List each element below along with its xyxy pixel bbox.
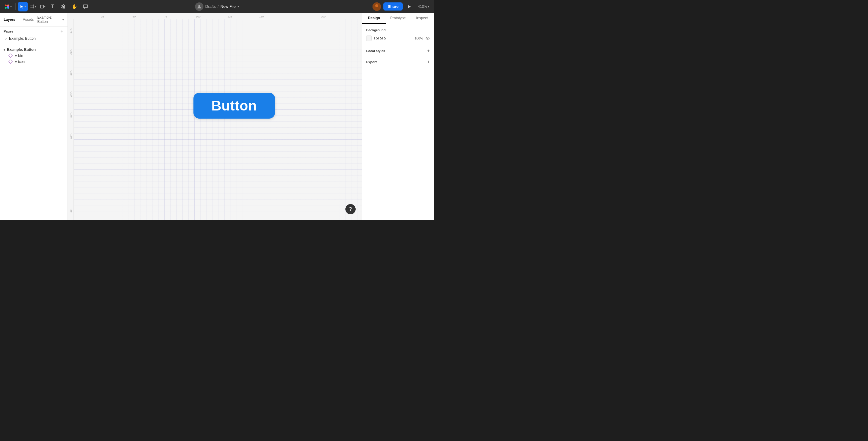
ruler-tick-125: 125: [227, 15, 232, 19]
svg-marker-5: [21, 5, 23, 8]
main-menu-button[interactable]: ▾: [3, 2, 13, 11]
layer-label-v-btn: v-btn: [15, 54, 23, 58]
component-layer-icon: [8, 54, 13, 58]
pages-section: Pages + ✓ Example: Button: [0, 27, 67, 44]
diamond-icon: [8, 54, 13, 58]
left-panel: Layers Assets Example: Button ▾ Pages + …: [0, 13, 68, 220]
ruler-vtick-175: -175: [70, 112, 73, 118]
toolbar-sep-1: [16, 3, 16, 10]
add-page-button[interactable]: +: [60, 29, 64, 34]
main-layout: Layers Assets Example: Button ▾ Pages + …: [0, 13, 434, 220]
bg-color-hex[interactable]: F5F5F5: [374, 36, 386, 40]
ruler-vtick-250: -250: [70, 49, 73, 55]
text-icon: T: [51, 4, 54, 9]
toolbar-center: Drafts / New File ▾: [195, 2, 239, 11]
play-button[interactable]: [405, 2, 413, 11]
comment-tool-button[interactable]: [81, 2, 90, 11]
pages-title: Pages: [4, 30, 13, 33]
layer-group-label: Example: Button: [7, 47, 36, 52]
diamond-icon-2: [8, 60, 13, 64]
toolbar: ▾ ▾ ▾ ▾: [0, 0, 434, 13]
add-local-style-button[interactable]: +: [427, 48, 430, 53]
comment-icon: [83, 4, 88, 9]
check-icon: ✓: [5, 37, 7, 40]
divider-2: [366, 57, 430, 57]
zoom-arrow-icon: ▾: [428, 5, 429, 8]
visibility-toggle-button[interactable]: [426, 36, 430, 41]
bg-color-swatch[interactable]: [366, 36, 372, 41]
background-section-header: Background: [366, 28, 430, 32]
ruler-tick-100: 100: [196, 15, 200, 19]
layer-label-v-icon: v-icon: [15, 60, 25, 64]
ruler-horizontal: 25 50 75 100 125 150 200: [74, 13, 362, 19]
ruler-vtick-25: -25: [70, 209, 73, 212]
user-icon: [195, 2, 204, 11]
right-panel-content: Background F5F5F5 100% Local styles +: [362, 24, 434, 220]
user-avatar[interactable]: [373, 2, 381, 11]
frame-arrow-icon: ▾: [35, 5, 36, 8]
divider-1: [366, 46, 430, 46]
component-tool-button[interactable]: [59, 2, 68, 11]
canvas-content[interactable]: Button: [74, 19, 362, 220]
design-tab[interactable]: Design: [362, 13, 386, 24]
breadcrumb-title[interactable]: New File: [220, 4, 236, 9]
panel-tab-divider: [19, 18, 19, 22]
layer-item-v-btn[interactable]: v-btn: [0, 53, 67, 59]
svg-rect-15: [40, 5, 43, 8]
inspect-tab[interactable]: Inspect: [410, 13, 434, 24]
zoom-button[interactable]: 413% ▾: [416, 3, 431, 10]
canvas-area[interactable]: 25 50 75 100 125 150 200 -275 -250 -225 …: [68, 13, 362, 220]
share-button[interactable]: Share: [383, 2, 403, 10]
ruler-vertical: -275 -250 -225 -200 -175 -150 -25: [68, 19, 74, 220]
assets-tab[interactable]: Assets: [23, 17, 34, 22]
page-item[interactable]: ✓ Example: Button: [4, 36, 64, 41]
page-item-label: Example: Button: [9, 36, 36, 41]
canvas-button[interactable]: Button: [193, 93, 275, 118]
component-icon: [61, 4, 66, 9]
svg-rect-0: [5, 4, 7, 6]
svg-point-24: [427, 38, 428, 38]
eye-icon: [426, 37, 430, 40]
background-label: Background: [366, 28, 385, 32]
export-label: Export: [366, 60, 377, 64]
svg-rect-2: [5, 7, 7, 9]
layers-tab[interactable]: Layers: [4, 17, 16, 22]
shape-arrow-icon: ▾: [44, 5, 45, 8]
export-section: Export +: [366, 60, 430, 64]
layer-item-v-icon[interactable]: v-icon: [0, 59, 67, 65]
bg-color-opacity[interactable]: 100%: [415, 36, 423, 40]
title-arrow-icon[interactable]: ▾: [238, 5, 239, 8]
select-icon: [20, 4, 24, 9]
select-tool-button[interactable]: ▾: [18, 2, 28, 11]
frame-breadcrumb[interactable]: Example: Button ▾: [37, 15, 64, 24]
layer-group-header[interactable]: ▾ Example: Button: [0, 47, 67, 53]
shape-tool-button[interactable]: ▾: [38, 2, 47, 11]
ruler-tick-50: 50: [133, 15, 135, 19]
menu-arrow-icon: ▾: [10, 5, 12, 8]
breadcrumb-chevron-icon: ▾: [62, 18, 64, 21]
shape-icon: [40, 4, 44, 9]
breadcrumb-parent[interactable]: Drafts: [205, 4, 216, 9]
local-styles-label: Local styles: [366, 49, 385, 53]
ruler-vtick-225: -225: [70, 70, 73, 75]
background-color-row: F5F5F5 100%: [366, 36, 430, 41]
add-export-button[interactable]: +: [427, 60, 430, 64]
text-tool-button[interactable]: T: [48, 2, 58, 11]
local-styles-section: Local styles +: [366, 48, 430, 53]
panel-tabs: Layers Assets Example: Button ▾: [0, 13, 67, 27]
zoom-label: 413%: [418, 4, 427, 9]
component-layer-icon-2: [8, 60, 13, 64]
prototype-tab[interactable]: Prototype: [386, 13, 410, 24]
frame-tool-button[interactable]: ▾: [29, 2, 37, 11]
ruler-tick-200: 200: [321, 15, 326, 19]
avatar-image: [373, 2, 381, 11]
frame-icon: [30, 4, 35, 9]
help-button[interactable]: ?: [345, 204, 355, 214]
figma-logo-icon: [4, 4, 10, 9]
select-arrow-icon: ▾: [24, 5, 26, 8]
ruler-vtick-200: -200: [70, 91, 73, 97]
hand-tool-button[interactable]: ✋: [70, 2, 79, 11]
ruler-tick-150: 150: [259, 15, 264, 19]
user-avatar-icon: [197, 4, 201, 9]
ruler-vtick-275: -275: [70, 28, 73, 33]
